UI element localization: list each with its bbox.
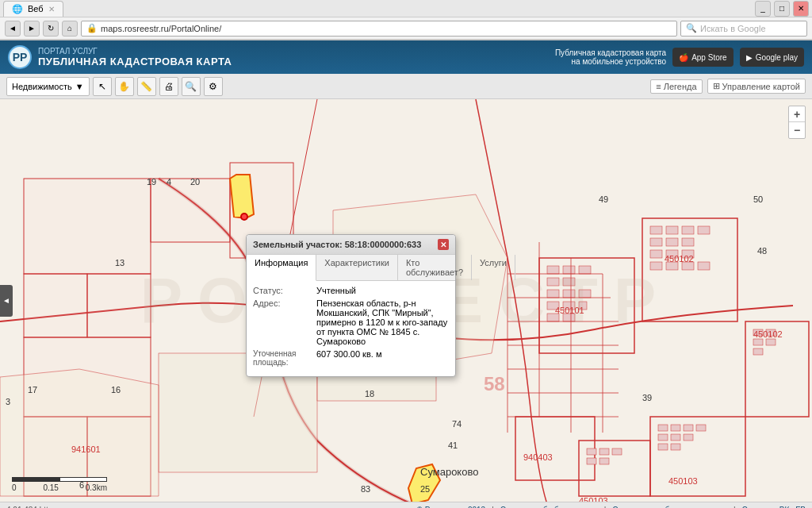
print-tool[interactable]: 🖨 xyxy=(159,77,178,96)
appstore-btn[interactable]: 🍎 App Store xyxy=(672,48,733,67)
svg-point-63 xyxy=(242,214,247,219)
svg-rect-18 xyxy=(547,302,559,310)
svg-rect-40 xyxy=(766,329,776,336)
popup-content[interactable]: Статус: Учтенный Адрес: Пензенская облас… xyxy=(247,281,455,376)
svg-rect-31 xyxy=(650,250,662,258)
googleplay-label: Google play xyxy=(756,53,798,62)
manage-icon: ⊞ xyxy=(713,81,720,91)
svg-rect-30 xyxy=(682,238,694,246)
chevron-down-icon: ▼ xyxy=(75,82,84,91)
svg-rect-16 xyxy=(563,290,575,298)
lock-icon: 🔒 xyxy=(86,23,98,33)
svg-rect-39 xyxy=(753,329,763,336)
svg-rect-34 xyxy=(650,262,662,270)
svg-rect-47 xyxy=(684,425,693,431)
svg-rect-22 xyxy=(563,314,575,321)
svg-rect-33 xyxy=(682,250,694,258)
svg-rect-24 xyxy=(650,226,662,234)
tab-icon: 🌐 xyxy=(12,4,23,14)
toolbar-right: ≡ Легенда ⊞ Управление картой xyxy=(650,79,806,94)
scale-015: 0.15 xyxy=(43,483,58,492)
scale-graphic xyxy=(12,477,107,482)
svg-rect-45 xyxy=(658,425,668,431)
app-logo: РР xyxy=(8,45,32,69)
svg-rect-15 xyxy=(547,290,559,298)
legend-label: Легенда xyxy=(664,82,697,91)
svg-rect-21 xyxy=(547,314,559,321)
header-text: ПОРТАЛ УСЛУГ ПУБЛИЧНАЯ КАДАСТРОВАЯ КАРТА xyxy=(38,47,232,67)
svg-rect-59 xyxy=(587,458,596,464)
legend-btn[interactable]: ≡ Легенда xyxy=(650,79,702,94)
svg-rect-57 xyxy=(599,448,609,455)
svg-rect-32 xyxy=(666,250,678,258)
address-label: Адрес: xyxy=(253,298,316,346)
svg-rect-7 xyxy=(151,179,230,242)
zoom-out-btn[interactable]: − xyxy=(789,122,805,138)
svg-rect-60 xyxy=(599,458,609,464)
svg-rect-14 xyxy=(563,278,575,286)
svg-rect-46 xyxy=(671,425,680,431)
svg-marker-61 xyxy=(230,175,254,218)
maximize-btn[interactable]: □ xyxy=(774,1,790,17)
popup-tab-who-serves[interactable]: Кто обслуживает? xyxy=(398,255,472,280)
svg-rect-53 xyxy=(671,444,680,450)
status-value: Учтенный xyxy=(316,286,449,295)
refresh-btn[interactable]: ↻ xyxy=(43,21,59,37)
toolbar: Недвижимость ▼ ↖ ✋ 📏 🖨 🔍 ⚙ ≡ Легенда ⊞ У… xyxy=(0,74,812,99)
area-row: Уточненная площадь: 607 300.00 кв. м xyxy=(253,349,449,367)
svg-rect-17 xyxy=(579,290,591,298)
popup-tab-services[interactable]: Услуги xyxy=(472,255,515,280)
home-btn[interactable]: ⌂ xyxy=(62,21,78,37)
svg-rect-41 xyxy=(753,339,763,345)
header-right: Публичная кадастровая карта на мобильное… xyxy=(555,48,804,67)
svg-rect-43 xyxy=(753,348,763,355)
scale-bar: 0 0.15 0.3km xyxy=(12,477,107,492)
svg-rect-1 xyxy=(24,179,151,274)
browser-chrome: 🌐 Веб ✕ _ □ ✕ ◄ ► ↻ ⌂ 🔒 maps.rosreestr.r… xyxy=(0,0,812,40)
popup-tab-characteristics[interactable]: Характеристики xyxy=(316,255,398,280)
svg-rect-10 xyxy=(547,266,559,274)
forward-btn[interactable]: ► xyxy=(24,21,40,37)
popup-tab-info[interactable]: Информация xyxy=(247,255,316,281)
popup-close-btn[interactable]: ✕ xyxy=(438,239,449,250)
browser-tab[interactable]: 🌐 Веб ✕ xyxy=(3,1,63,17)
zoom-in-btn[interactable]: + xyxy=(789,106,805,122)
svg-rect-2 xyxy=(24,274,87,337)
settings-tool[interactable]: ⚙ xyxy=(204,77,223,96)
scale-seg-1 xyxy=(12,477,59,482)
svg-rect-35 xyxy=(666,262,678,270)
manage-map-btn[interactable]: ⊞ Управление картой xyxy=(707,79,806,94)
apple-icon: 🍎 xyxy=(679,53,688,62)
tab-close[interactable]: ✕ xyxy=(48,5,55,13)
map-container[interactable]: РОСРЕЕСТР 19 4 20 13 17 16 18 68 74 14 1… xyxy=(0,99,812,502)
village-label-sumarokovo: Сумароково xyxy=(420,466,478,478)
portal-label: ПОРТАЛ УСЛУГ xyxy=(38,47,232,56)
popup-title: Земельный участок: 58:18:0000000:633 xyxy=(253,240,421,249)
back-btn[interactable]: ◄ xyxy=(5,21,21,37)
svg-rect-19 xyxy=(563,302,575,310)
search-icon: 🔍 xyxy=(686,23,697,33)
nav-bar: ◄ ► ↻ ⌂ 🔒 maps.rosreestr.ru/PortalOnline… xyxy=(0,17,812,40)
minimize-btn[interactable]: _ xyxy=(755,1,771,17)
svg-rect-25 xyxy=(666,226,678,234)
svg-rect-37 xyxy=(698,262,710,270)
googleplay-btn[interactable]: ▶ Google play xyxy=(740,48,804,67)
address-bar[interactable]: 🔒 maps.rosreestr.ru/PortalOnline/ xyxy=(81,21,677,37)
svg-rect-11 xyxy=(563,266,575,274)
layer-dropdown[interactable]: Недвижимость ▼ xyxy=(6,77,90,96)
status-row: Статус: Учтенный xyxy=(253,286,449,295)
svg-rect-42 xyxy=(766,339,776,345)
scale-03: 0.3km xyxy=(86,483,107,492)
pan-tool[interactable]: ✋ xyxy=(115,77,134,96)
measure-tool[interactable]: 📏 xyxy=(137,77,156,96)
manage-label: Управление картой xyxy=(722,82,800,91)
search-placeholder: Искать в Google xyxy=(700,24,766,33)
address-text: maps.rosreestr.ru/PortalOnline/ xyxy=(101,24,221,33)
svg-rect-49 xyxy=(658,434,668,441)
search-tool[interactable]: 🔍 xyxy=(182,77,201,96)
left-toggle-btn[interactable]: ◄ xyxy=(0,285,13,317)
search-bar[interactable]: 🔍 Искать в Google xyxy=(680,21,807,37)
close-btn[interactable]: ✕ xyxy=(793,1,809,17)
area-label: Уточненная площадь: xyxy=(253,349,316,367)
cursor-tool[interactable]: ↖ xyxy=(93,77,112,96)
